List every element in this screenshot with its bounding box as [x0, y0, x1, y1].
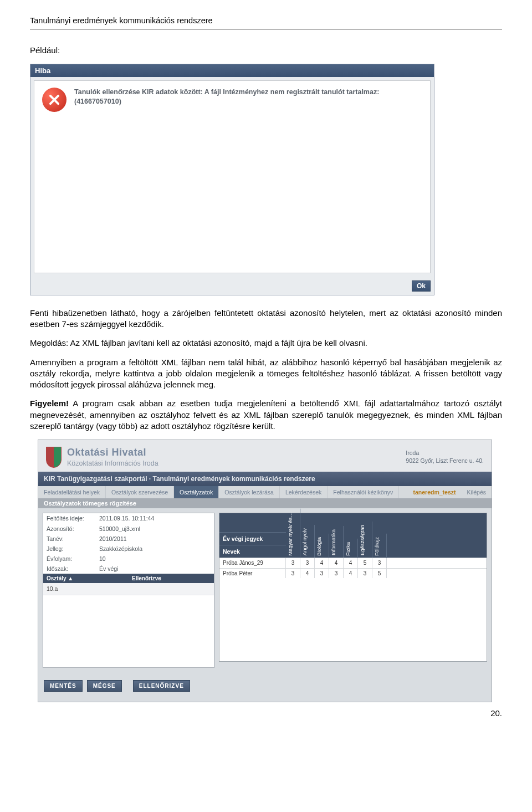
- hungary-crest-icon: [46, 447, 62, 468]
- org-subtitle: Közoktatási Információs Iroda: [67, 459, 406, 468]
- grades-row[interactable]: Próba Péter 3 4 3 3 4 3 5: [219, 568, 487, 579]
- grade-cell[interactable]: 4: [344, 558, 358, 568]
- running-header: Tanulmányi eredmények kommunikációs rend…: [30, 16, 502, 27]
- grade-cell[interactable]: 4: [329, 558, 344, 568]
- grades-header-top: Év végi jegyek: [219, 532, 286, 545]
- portal-footer: MENTÉS MÉGSE ELLENŐRIZVE: [38, 672, 492, 702]
- tab-class-org[interactable]: Osztályok szervezése: [106, 486, 174, 498]
- portal-header: Oktatási Hivatal Közoktatási Információs…: [38, 440, 492, 472]
- subject-header: Földrajz: [372, 534, 387, 558]
- grade-cell[interactable]: 3: [315, 569, 329, 579]
- grades-header: Év végi jegyek Nevek Magyar nyelv és… An…: [219, 513, 487, 558]
- subject-header: Angol nyelv: [300, 525, 315, 558]
- error-dialog-footer: Ok: [30, 277, 434, 295]
- header-rule: [30, 29, 502, 29]
- class-col-name[interactable]: Osztály ▲: [43, 574, 129, 583]
- info-row: Jelleg:Szakközépiskola: [43, 544, 214, 554]
- tab-locations[interactable]: Feladatellátási helyek: [38, 486, 106, 498]
- paragraph-1: Fenti hibaüzenetben látható, hogy a záró…: [30, 308, 502, 330]
- portal-screenshot: Oktatási Hivatal Közoktatási Információs…: [38, 440, 492, 702]
- tab-bar: Feladatellátási helyek Osztályok szervez…: [38, 486, 492, 498]
- paragraph-4-rest: A program csak abban az esetben tudja me…: [30, 399, 502, 431]
- save-button[interactable]: MENTÉS: [44, 680, 83, 692]
- page-number: 20.: [30, 708, 502, 719]
- info-row: Tanév:2010/2011: [43, 534, 214, 544]
- org-title-block: Oktatási Hivatal Közoktatási Információs…: [67, 446, 406, 468]
- error-dialog-body: Tanulók ellenőrzése KIR adatok között: A…: [34, 80, 431, 273]
- tab-manual[interactable]: Felhasználói kézikönyv: [328, 486, 399, 498]
- class-row-name: 10.a: [43, 583, 129, 595]
- org-address-line1: Iroda: [406, 450, 484, 457]
- student-name: Próba János_29: [219, 558, 286, 568]
- section-body: Feltöltés ideje:2011.09.15. 10:11:44 Azo…: [38, 508, 492, 672]
- ok-button[interactable]: Ok: [412, 280, 431, 292]
- subject-header: Fizika: [344, 539, 358, 558]
- grade-cell[interactable]: 4: [300, 569, 315, 579]
- error-icon: [42, 88, 66, 112]
- info-row: Feltöltés ideje:2011.09.15. 10:11:44: [43, 513, 214, 523]
- paragraph-2: Megoldás: Az XML fájlban javítani kell a…: [30, 338, 502, 349]
- org-address-line2: 9022 Győr, Liszt Ferenc u. 40.: [406, 457, 484, 465]
- error-dialog: Hiba Tanulók ellenőrzése KIR adatok közö…: [30, 64, 434, 295]
- grade-cell[interactable]: 3: [286, 569, 300, 579]
- current-user: taneredm_teszt: [408, 486, 462, 498]
- grade-cell[interactable]: 3: [329, 569, 344, 579]
- grade-cell[interactable]: 4: [315, 558, 329, 568]
- tab-queries[interactable]: Lekérdezések: [280, 486, 328, 498]
- grade-cell[interactable]: 5: [358, 558, 372, 568]
- info-row: Évfolyam:10: [43, 554, 214, 564]
- grade-cell[interactable]: 3: [358, 569, 372, 579]
- grade-cell[interactable]: 3: [372, 558, 387, 568]
- grades-table: Év végi jegyek Nevek Magyar nyelv és… An…: [219, 513, 487, 662]
- grade-cell[interactable]: 5: [372, 569, 387, 579]
- info-panel: Feltöltés ideje:2011.09.15. 10:11:44 Azo…: [43, 513, 214, 667]
- tab-grades[interactable]: Osztályzatok: [174, 486, 219, 498]
- example-label: Például:: [30, 45, 502, 56]
- grades-header-bottom: Nevek: [219, 545, 286, 558]
- org-title: Oktatási Hivatal: [67, 446, 406, 459]
- tab-class-close[interactable]: Osztályok lezárása: [219, 486, 280, 498]
- checked-button[interactable]: ELLENŐRIZVE: [133, 680, 190, 692]
- breadcrumb: KIR Tanügyigazgatási szakportál · Tanulm…: [38, 472, 492, 486]
- cancel-button[interactable]: MÉGSE: [87, 680, 122, 692]
- class-list-header: Osztály ▲ Ellenőrizve: [43, 574, 214, 583]
- info-row: Időszak:Év végi: [43, 564, 214, 574]
- paragraph-4: Figyelem! A program csak abban az esetbe…: [30, 398, 502, 432]
- class-row-checked: [129, 583, 214, 595]
- paragraph-3: Amennyiben a program a feltöltött XML fá…: [30, 357, 502, 391]
- paragraph-4-lead: Figyelem!: [30, 399, 69, 408]
- class-row[interactable]: 10.a: [43, 583, 214, 595]
- error-dialog-title: Hiba: [30, 64, 434, 77]
- subject-header: Egészségtan: [358, 522, 372, 558]
- grade-cell[interactable]: 3: [286, 558, 300, 568]
- subject-header: Informatika: [329, 526, 344, 558]
- grade-cell[interactable]: 3: [300, 558, 315, 568]
- grades-corner: Év végi jegyek Nevek: [219, 532, 286, 558]
- subject-header: Biológia: [315, 534, 329, 558]
- org-address: Iroda 9022 Győr, Liszt Ferenc u. 40.: [406, 450, 484, 464]
- info-table: Feltöltés ideje:2011.09.15. 10:11:44 Azo…: [43, 513, 214, 574]
- section-title: Osztályzatok tömeges rögzítése: [38, 498, 492, 508]
- grade-cell[interactable]: 4: [344, 569, 358, 579]
- subject-header: Magyar nyelv és…: [286, 509, 300, 558]
- logout-link[interactable]: Kilépés: [462, 486, 492, 498]
- error-message: Tanulók ellenőrzése KIR adatok között: A…: [74, 88, 422, 107]
- student-name: Próba Péter: [219, 569, 286, 579]
- info-row: Azonosító:510000_uj3.xml: [43, 524, 214, 534]
- class-col-checked[interactable]: Ellenőrizve: [129, 574, 214, 583]
- grades-row[interactable]: Próba János_29 3 3 4 4 4 5 3: [219, 558, 487, 568]
